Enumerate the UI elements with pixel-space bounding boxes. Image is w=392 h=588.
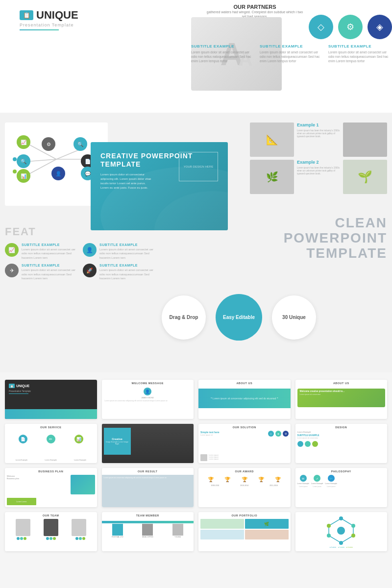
subtitle-examples: SUBTITLE EXAMPLE Lorem ipsum dolor sit a…	[191, 44, 392, 63]
thumb-member-bar	[102, 521, 194, 523]
service-icon-1: 📄	[19, 435, 27, 443]
thumb-creative-img[interactable]: Creative Image Example Lorem Image Right	[102, 424, 194, 463]
thumb-biz[interactable]: BUSINESS PLAN WelcomeBusiness plan Lorem…	[5, 468, 97, 507]
social-dot-4	[46, 537, 49, 540]
trophy-1: 🏆	[208, 477, 214, 482]
sol-caption: Lorem ipsumLorem ipsumLorem ipsum	[209, 454, 289, 461]
svg-point-11	[339, 516, 343, 520]
thumb-about2[interactable]: ABOUT US Welcome creative presentation s…	[295, 380, 388, 419]
face-row	[7, 519, 95, 536]
example-2-title: Example 2	[297, 160, 340, 165]
face-1	[16, 519, 30, 536]
member-name-2: IDEA COFFEE	[142, 536, 153, 538]
phil-text-2: Lorem Example	[311, 483, 323, 485]
badge-drag-drop: Drag & Drop	[162, 295, 206, 340]
social-dot-8	[79, 537, 82, 540]
sol-icon-1: ◇	[268, 431, 274, 437]
thumb-portfolio-label: OUR PORTFOLIO	[198, 514, 291, 517]
badge-drag-drop-label: Drag & Drop	[170, 315, 198, 320]
phil-icon-1: ✉	[300, 475, 307, 482]
thumb-service-labels: Lorem Example Lorem Example Lorem Exampl…	[5, 459, 97, 461]
example-1-title: Example 1	[297, 122, 340, 127]
thumb-solution-title: Simple text here	[200, 431, 220, 434]
thumb-solution-bottom: Lorem ipsumLorem ipsumLorem ipsum	[200, 454, 289, 461]
brand-name: UNIQUE	[36, 9, 78, 22]
phil-desc-3: Lorem ipsum	[327, 486, 335, 488]
biz-chart	[71, 475, 95, 494]
feat-label: FEAT	[5, 225, 157, 238]
subtitle-ex-1-title: SUBTITLE EXAMPLE	[191, 44, 255, 49]
example-photo-4: 🌱	[343, 160, 387, 194]
thumb-team-faces	[5, 519, 97, 540]
thumb-about1[interactable]: ABOUT US ❝ Lorem ipsum sit concenstur ad…	[198, 380, 291, 419]
thumb-award[interactable]: OUR AWARD 🏆 🏆 🏆 🏆 🏆 2008-2010 2010-2014 …	[198, 468, 291, 507]
thumb-creative-box: Creative Image Example Lorem Image Right	[104, 428, 131, 455]
node-search: 🔍	[17, 154, 30, 168]
phil-desc-1: Lorem ipsum	[299, 486, 307, 488]
design-icon-3	[312, 441, 318, 447]
year-1: 2008-2010	[211, 485, 220, 487]
thumb-about1-label: ABOUT US	[198, 382, 291, 385]
thumb-member-label: TEAM MEMBER	[102, 514, 194, 517]
diagram: 📈 🔍 👤 ⚙ 🔍 📄 💬 📊	[10, 127, 103, 191]
thumb-solution-desc: Lorem ipsum sit	[200, 434, 220, 436]
thumb-welcome-content: 👤 JAMES BOND Lorem ipsum sit concenstur …	[102, 387, 194, 403]
thumb-cover-content: 📋 UNIQUE Presentation Template	[5, 380, 97, 398]
feat-content-1: SUBTITLE EXAMPLE Lorem ipsum dolor sit a…	[22, 243, 79, 260]
example-photo-2	[343, 122, 387, 157]
thumb-result-label: OUR RESULT	[102, 470, 194, 473]
thumb-team[interactable]: OUR TEAM	[5, 512, 97, 551]
thumb-service-label: OUR SERVICE	[5, 426, 97, 429]
award-years: 2008-2010 2010-2014 2011-2016	[200, 485, 289, 487]
thumb-welcome-text: Lorem ipsum sit concenstur adipiscing el…	[105, 400, 191, 402]
thumb-result[interactable]: OUR RESULT Lorem ipsum sit concenstur ad…	[102, 468, 194, 507]
thumb-cover[interactable]: 📋 UNIQUE Presentation Template	[5, 380, 97, 419]
result-bg	[102, 475, 194, 507]
thumb-philosophy-label: PHILOSOPHY	[295, 470, 388, 473]
trophy-2: 🏆	[224, 477, 230, 482]
feat-title-1: SUBTITLE EXAMPLE	[22, 243, 79, 246]
member-card-1: FESTIVAL LTD	[103, 524, 132, 538]
thumb-solution[interactable]: OUR SOLUTION Simple text here Lorem ipsu…	[198, 424, 291, 463]
thumb-philosophy[interactable]: PHILOSOPHY ✉ Lorem Example Lorem ipsum ✓…	[295, 468, 388, 507]
design-icons	[297, 441, 386, 447]
thumb-last[interactable]: ● Lorem ● Lorem ● Lorem	[295, 512, 388, 551]
subtitle-ex-3-title: SUBTITLE EXAMPLE	[328, 44, 392, 49]
service-icon-3: 📊	[74, 435, 83, 443]
thumb-portfolio-grid: 🌿	[200, 519, 289, 539]
thumb-welcome-label: WELCOME MESSAGE	[102, 382, 194, 385]
top-section: 📋 UNIQUE Presentation Template OUR PARTN…	[0, 0, 392, 113]
thumb-award-content: 🏆 🏆 🏆 🏆 🏆 2008-2010 2010-2014 2011-2016	[198, 475, 291, 488]
thumb-team-member[interactable]: TEAM MEMBER FESTIVAL LTD IDEA COFFEE YOU…	[102, 512, 194, 551]
node-analytics: 📈	[17, 135, 30, 149]
thumb-team-label: OUR TEAM	[5, 514, 97, 517]
example-row-1: 📐 Example 1 Lorem ipsum has been the ind…	[250, 122, 387, 157]
trophy-4: 🏆	[258, 477, 264, 482]
chart-icon: ◈	[368, 15, 392, 39]
thumb-service[interactable]: OUR SERVICE 📄 ✏ 📊 Lorem Example Lorem Ex…	[5, 424, 97, 463]
thumb-design[interactable]: DESIGN Lorem Example SUBTITLE EXAMPLE Lo…	[295, 424, 388, 463]
thumb-about1-bar: ❝ Lorem ipsum sit concenstur adipiscing …	[198, 389, 291, 408]
design-text: Lorem ipsum sit concenstur	[297, 437, 386, 439]
thumb-creative-label: Creative	[112, 438, 122, 441]
feat-grid: 📈 SUBTITLE EXAMPLE Lorem ipsum dolor sit…	[5, 243, 157, 280]
badge-unique-label: 30 Unique	[282, 315, 306, 320]
node-search2: 🔍	[74, 137, 87, 151]
brand-logo: 📋 UNIQUE	[20, 9, 78, 22]
thumb-portfolio[interactable]: OUR PORTFOLIO 🌿	[198, 512, 291, 551]
hex-labels: ● Lorem ● Lorem ● Lorem	[330, 546, 353, 548]
thumb-philosophy-content: ✉ Lorem Example Lorem ipsum ✓ Lorem Exam…	[297, 475, 386, 488]
design-subtitle: SUBTITLE EXAMPLE	[297, 434, 386, 437]
svg-point-12	[351, 524, 355, 528]
svg-point-14	[339, 541, 343, 545]
badge-easy-editable: Easy Editable	[216, 294, 262, 341]
member-card-3: YOUNG	[164, 524, 193, 538]
feat-icon-1: 📈	[5, 243, 19, 257]
thumb-design-content: Lorem Example SUBTITLE EXAMPLE Lorem ips…	[297, 431, 386, 447]
bottom-section: 📋 UNIQUE Presentation Template WELCOME M…	[0, 372, 392, 588]
slide-creative: CREATIVE POWERPOINT TEMPLATE Lorem ipsum…	[91, 142, 228, 230]
svc-l2: Lorem Example	[45, 459, 57, 461]
member-name-1: FESTIVAL LTD	[112, 536, 123, 538]
thumb-cover-strip	[5, 409, 97, 419]
thumb-welcome[interactable]: WELCOME MESSAGE 👤 JAMES BOND Lorem ipsum…	[102, 380, 194, 419]
